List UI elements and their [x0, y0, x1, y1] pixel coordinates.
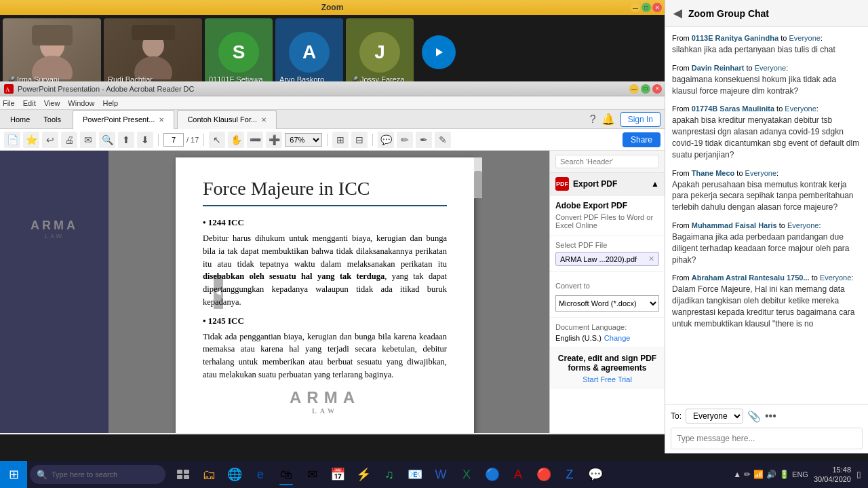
signature-button[interactable]: ✒	[416, 132, 432, 148]
battery-icon[interactable]: 🔋	[779, 470, 789, 479]
pdf-scrollbar[interactable]	[474, 157, 482, 198]
explorer-button[interactable]: 🗂	[197, 462, 221, 487]
network-icon[interactable]: 📶	[753, 470, 764, 479]
zoom-button[interactable]: Z	[557, 462, 582, 487]
clock[interactable]: 15:48 30/04/2020	[814, 465, 851, 485]
outlook-button[interactable]: 📧	[403, 462, 427, 487]
tray-arrow[interactable]: ▲	[733, 470, 741, 479]
svg-rect-12	[184, 475, 189, 479]
change-language-link[interactable]: Change	[604, 334, 631, 342]
start-trial-link[interactable]: Start Free Trial	[555, 375, 659, 383]
participant-avatar-jossy: J	[359, 32, 400, 73]
edge-button[interactable]: 🌐	[222, 462, 247, 487]
share-button[interactable]: Share	[623, 132, 660, 147]
acrobat-close[interactable]: ✕	[652, 84, 662, 94]
zoom-in-button[interactable]: ➕	[266, 132, 282, 148]
zoom-level-select[interactable]: 67% 50% 75% 100%	[285, 133, 322, 147]
search-button[interactable]: 🔍	[99, 132, 115, 148]
mail-button[interactable]: ✉	[80, 132, 96, 148]
next-participant-button[interactable]	[422, 35, 456, 69]
export-pdf-toggle[interactable]: PDF Export PDF ▲	[550, 173, 665, 195]
signin-button[interactable]: Sign In	[620, 112, 660, 127]
left-panel-toggle[interactable]: ◀	[214, 275, 223, 309]
convert-desc: Convert PDF Files to Word or Excel Onlin…	[555, 213, 659, 229]
cursor-tool[interactable]: ↖	[209, 132, 225, 148]
show-desktop-button[interactable]: ▯	[856, 470, 861, 479]
maximize-button[interactable]: □	[642, 3, 651, 12]
print-button[interactable]: 🖨	[61, 132, 77, 148]
back-button[interactable]: ↩	[42, 132, 58, 148]
minimize-button[interactable]: —	[631, 3, 640, 12]
taskview-button[interactable]	[171, 462, 195, 487]
pencil-icon[interactable]: ✏	[744, 470, 751, 479]
acrobat-button[interactable]: A	[506, 462, 530, 487]
more-options-button[interactable]: •••	[765, 410, 776, 422]
whatsapp-button[interactable]: 💬	[583, 462, 608, 487]
pdf-divider	[203, 205, 447, 206]
acrobat-minimize[interactable]: —	[629, 84, 639, 94]
spotify-button[interactable]: ♫	[377, 462, 401, 487]
zoom-out-button[interactable]: ➖	[247, 132, 263, 148]
acrobat-maximize[interactable]: □	[641, 84, 650, 94]
taskbar-search[interactable]: 🔍	[30, 465, 165, 484]
participant-tile-setiawa[interactable]: S 01101F Setiawa...	[205, 18, 273, 86]
taskbar-search-input[interactable]	[52, 470, 159, 478]
start-button[interactable]: ⊞	[0, 461, 27, 488]
edit-button[interactable]: ✎	[435, 132, 451, 148]
participant-tile-jossy[interactable]: J 🎤 Jossy Fareza ...	[346, 18, 414, 86]
tab-ppt[interactable]: PowerPoint Present... ✕	[73, 110, 174, 129]
tab-tools[interactable]: Tools	[37, 113, 67, 126]
tab-close-klausul[interactable]: ✕	[261, 116, 267, 124]
highlight-button[interactable]: ✏	[397, 132, 413, 148]
next-page-button[interactable]: ⬇	[137, 132, 153, 148]
hand-tool[interactable]: ✋	[228, 132, 244, 148]
menu-view[interactable]: View	[44, 99, 60, 107]
prev-page-button[interactable]: ⬆	[118, 132, 134, 148]
tab-home[interactable]: Home	[4, 113, 36, 126]
menu-file[interactable]: File	[3, 99, 15, 107]
participant-tile-aryo[interactable]: A Aryo Baskoro	[275, 18, 343, 86]
file-attach-button[interactable]: 📎	[747, 410, 761, 423]
participant-tile-rudi[interactable]: Rudi Bachtiar	[104, 18, 202, 86]
tab-klausul[interactable]: Contoh Klausul For... ✕	[177, 110, 277, 129]
to-recipient-select[interactable]: Everyone	[686, 409, 743, 424]
bookmark-button[interactable]: ⭐	[23, 132, 39, 148]
chat-back-button[interactable]: ◀	[673, 7, 682, 20]
mail-button[interactable]: ✉	[300, 462, 324, 487]
ie-button[interactable]: e	[248, 462, 273, 487]
convert-format-select[interactable]: Microsoft Word (*.docx)	[555, 295, 659, 312]
file-badge: ARMA Law ...2020).pdf ✕	[555, 252, 659, 266]
participant-avatar-aryo: A	[289, 32, 330, 73]
unknown1-button[interactable]: ⚡	[351, 462, 376, 487]
page-number-input[interactable]	[163, 133, 184, 147]
bullet-1245: • 1245 ICC Tidak ada penggantian biaya, …	[203, 316, 447, 381]
menu-window[interactable]: Window	[68, 99, 94, 107]
word-button[interactable]: W	[429, 462, 453, 487]
help-icon[interactable]: ?	[590, 113, 596, 126]
comment-button[interactable]: 💬	[378, 132, 394, 148]
store-button[interactable]: 🛍	[274, 462, 298, 487]
doc-language-section: Document Language: English (U.S.) Change	[550, 318, 665, 348]
fit-page-button[interactable]: ⊟	[351, 132, 368, 148]
close-button[interactable]: ✕	[652, 3, 662, 12]
chrome-button[interactable]: 🔵	[480, 462, 505, 487]
unknown2-button[interactable]: 🔴	[532, 462, 556, 487]
excel-button[interactable]: X	[454, 462, 479, 487]
bullet-1244: • 1244 ICC Debitur harus dihukum untuk m…	[203, 217, 447, 309]
chat-message-input[interactable]	[671, 428, 863, 449]
panel-search-input[interactable]	[555, 155, 659, 168]
snap-button[interactable]: ⊞	[332, 132, 349, 148]
notification-icon[interactable]: 🔔	[601, 113, 615, 126]
calendar-button[interactable]: 📅	[326, 462, 350, 487]
new-doc-button[interactable]: 📄	[4, 132, 20, 148]
participant-tile-irma[interactable]: 🎤 Irma Suryani	[3, 18, 101, 86]
chat-message-2: From 01774B Saras Maulinita to Everyone:…	[672, 105, 861, 160]
select-file-section: Select PDF File ARMA Law ...2020).pdf ✕	[550, 236, 665, 272]
volume-icon[interactable]: 🔊	[766, 470, 776, 479]
zoom-titlebar: Zoom — □ ✕	[0, 0, 665, 15]
menu-edit[interactable]: Edit	[23, 99, 36, 107]
menu-help[interactable]: Help	[102, 99, 118, 107]
tab-close-ppt[interactable]: ✕	[159, 116, 164, 124]
scroll-thumb[interactable]	[474, 171, 482, 198]
remove-file-icon[interactable]: ✕	[648, 255, 654, 263]
